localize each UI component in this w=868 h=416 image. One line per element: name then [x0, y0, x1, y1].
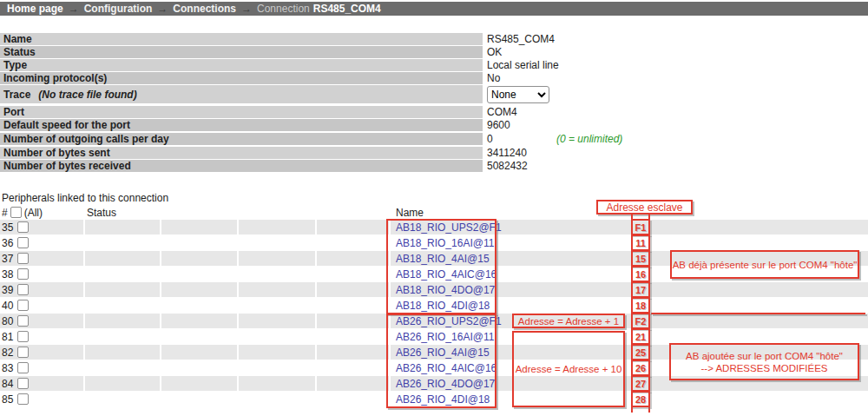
peripheral-name-link[interactable]: AB18_RIO_4DI@18 — [396, 300, 490, 312]
row-status-cell — [85, 220, 160, 234]
slave-address-value: 27 — [635, 379, 646, 389]
row-status-cell — [161, 314, 237, 328]
slave-address-value: 25 — [635, 347, 646, 358]
row-checkbox[interactable] — [17, 221, 29, 233]
trace-select[interactable]: None — [487, 86, 549, 103]
peripherals-header-row: # (All) Status Name — [0, 206, 868, 219]
row-status-cell — [317, 235, 389, 250]
row-checkbox[interactable] — [17, 347, 29, 358]
select-all-checkbox[interactable] — [10, 207, 22, 218]
row-checkbox[interactable] — [17, 253, 29, 264]
breadcrumb-home-link[interactable]: Home page — [7, 3, 63, 15]
table-row: 39 AB18_RIO_4DO@17 17 — [0, 282, 868, 297]
row-status-cell — [317, 314, 389, 328]
table-row: 85 AB26_RIO_4DI@18 28 — [0, 392, 868, 406]
row-checkbox[interactable] — [17, 393, 29, 405]
row-status-cell — [161, 282, 237, 297]
breadcrumb-connections-link[interactable]: Connections — [173, 3, 236, 15]
row-checkbox[interactable] — [17, 284, 29, 295]
breadcrumb-current-name: RS485_COM4 — [313, 3, 381, 15]
row-status-cell — [161, 392, 237, 406]
row-number: 39 — [2, 284, 16, 296]
table-row: 82 AB26_RIO_4AI@15 25 — [0, 345, 868, 360]
peripheral-name-link[interactable]: AB18_RIO_4AIC@16 — [396, 268, 496, 281]
name-header: Name — [396, 207, 424, 219]
field-value: 3411240 — [483, 147, 527, 159]
status-header: Status — [87, 207, 116, 219]
peripheral-name-link[interactable]: AB26_RIO_4AI@15 — [396, 347, 490, 359]
row-status-cell — [161, 251, 237, 266]
row-status-cell — [239, 392, 315, 406]
trace-note: (No trace file found) — [38, 89, 136, 101]
row-status-cell — [317, 345, 389, 360]
row-name-cell: AB18_RIO_4AIC@16 — [391, 267, 868, 281]
peripheral-name-link[interactable]: AB26_RIO_4DI@18 — [396, 393, 490, 406]
row-checkbox[interactable] — [17, 378, 29, 389]
slave-address-value: 26 — [635, 363, 646, 373]
row-status-cell — [161, 329, 237, 344]
row-status-cell — [85, 282, 160, 297]
info-row-port: Port COM4 — [0, 106, 868, 118]
row-number: 40 — [2, 300, 16, 312]
row-status-cell — [85, 267, 160, 281]
header-cell-status: Status — [85, 206, 160, 219]
row-status-cell — [161, 376, 237, 391]
field-label: Number of outgoing calls per day — [0, 133, 483, 145]
peripherals-section-title: Peripherals linked to this connection — [2, 192, 168, 204]
peripheral-name-link[interactable]: AB18_RIO_4AI@15 — [396, 253, 490, 265]
row-select-cell: 81 — [0, 329, 83, 344]
row-select-cell: 83 — [0, 360, 83, 375]
info-row-name: Name RS485_COM4 — [0, 33, 868, 45]
row-status-cell — [317, 220, 389, 234]
field-label: Type — [0, 59, 483, 71]
row-status-cell — [85, 235, 160, 250]
info-row-incoming-protocols: Incoming protocol(s) No — [0, 72, 868, 84]
row-select-cell: 80 — [0, 314, 83, 328]
info-row-outgoing-calls: Number of outgoing calls per day 0 (0 = … — [0, 133, 868, 145]
peripheral-name-link[interactable]: AB26_RIO_16AI@11 — [396, 331, 494, 343]
trace-label: Trace — [3, 89, 30, 101]
row-status-cell — [239, 267, 315, 281]
row-name-cell: AB18_RIO_4AI@15 — [391, 251, 868, 266]
connection-detail-page: Home page → Configuration → Connections … — [0, 0, 868, 416]
row-name-cell: AB26_RIO_16AI@11 — [391, 329, 868, 344]
peripheral-name-link[interactable]: AB26_RIO_4DO@17 — [396, 378, 495, 390]
slave-address-value: 16 — [635, 269, 646, 280]
row-select-cell: 39 — [0, 282, 83, 297]
row-number: 38 — [2, 268, 16, 281]
row-number: 81 — [2, 331, 16, 343]
slave-address-value: F2 — [635, 316, 647, 327]
row-select-cell: 84 — [0, 376, 83, 391]
row-checkbox[interactable] — [17, 331, 29, 342]
slave-address-annotation: 16 — [631, 266, 650, 282]
table-row: 81 AB26_RIO_16AI@11 21 — [0, 329, 868, 344]
field-label: Number of bytes received — [0, 160, 483, 172]
peripheral-name-link[interactable]: AB18_RIO_16AI@11 — [396, 237, 494, 249]
row-status-cell — [317, 329, 389, 344]
row-checkbox[interactable] — [17, 315, 29, 327]
slave-address-value: 18 — [635, 300, 646, 311]
row-checkbox[interactable] — [17, 300, 29, 311]
breadcrumb-configuration-link[interactable]: Configuration — [84, 3, 153, 15]
connection-info-table: Name RS485_COM4 Status OK Type Local ser… — [0, 33, 868, 173]
header-cell-spacer — [239, 206, 315, 219]
peripheral-name-link[interactable]: AB26_RIO_UPS2@F1 — [396, 315, 502, 327]
row-status-cell — [85, 345, 160, 360]
peripheral-name-link[interactable]: AB18_RIO_4DO@17 — [396, 284, 495, 296]
row-status-cell — [239, 360, 315, 375]
field-value: 0 — [483, 133, 556, 145]
row-number: 36 — [2, 237, 16, 249]
field-label: Status — [0, 46, 483, 58]
slave-address-annotation: 11 — [631, 234, 650, 251]
peripheral-name-link[interactable]: AB26_RIO_4AIC@16 — [396, 362, 496, 374]
row-checkbox[interactable] — [17, 362, 29, 373]
row-checkbox[interactable] — [17, 268, 29, 280]
row-status-cell — [317, 360, 389, 375]
peripheral-name-link[interactable]: AB18_RIO_UPS2@F1 — [396, 221, 502, 234]
field-value: Local serial line — [483, 59, 559, 71]
unlimited-note: (0 = unlimited) — [556, 133, 622, 145]
row-checkbox[interactable] — [17, 237, 29, 248]
row-status-cell — [85, 392, 160, 406]
table-row: 35 AB18_RIO_UPS2@F1 F1 — [0, 220, 868, 234]
row-name-cell: AB18_RIO_16AI@11 — [391, 235, 868, 250]
